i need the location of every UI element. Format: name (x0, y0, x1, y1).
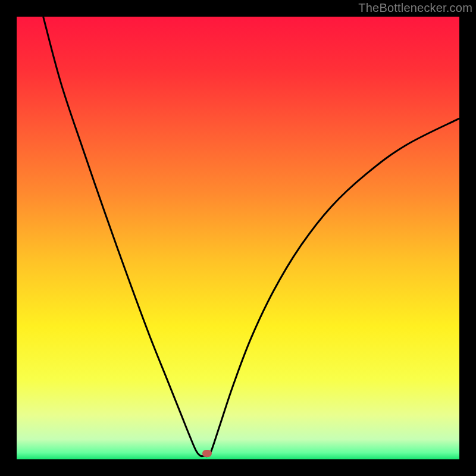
bottleneck-chart (17, 17, 459, 459)
minimum-marker (202, 450, 212, 457)
chart-frame (17, 17, 459, 459)
watermark-text: TheBottlenecker.com (358, 1, 472, 15)
gradient-background (17, 17, 459, 459)
